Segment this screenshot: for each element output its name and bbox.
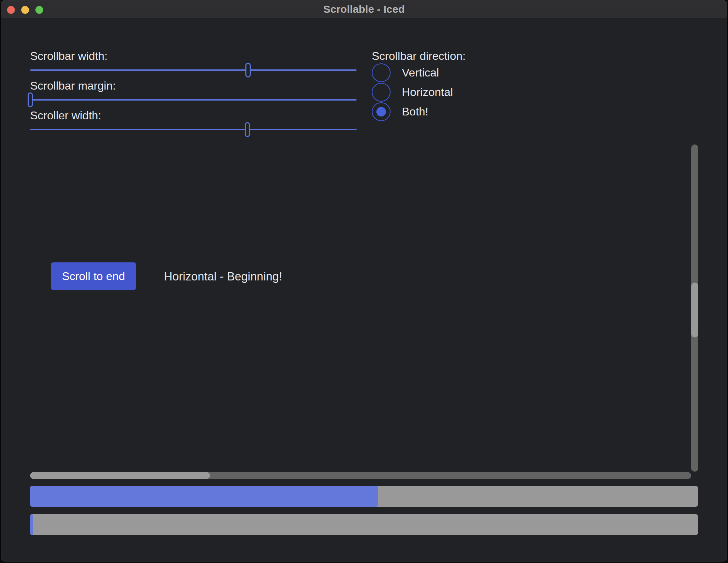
vertical-scrollbar-track[interactable] — [691, 144, 698, 472]
radio-both-label: Both! — [402, 105, 428, 118]
scroll-status-text: Horizontal - Beginning! — [164, 270, 282, 283]
scrollbar-width-slider[interactable] — [30, 63, 357, 78]
scrollbar-width-label: Scrollbar width: — [30, 50, 108, 62]
radio-vertical-label: Vertical — [402, 66, 439, 79]
slider-handle[interactable] — [245, 122, 250, 137]
vertical-progress-bar — [30, 514, 698, 535]
radio-both[interactable]: Both! — [372, 102, 428, 121]
radio-circle-icon[interactable] — [372, 83, 391, 102]
window-title: Scrollable - Iced — [1, 0, 727, 18]
horizontal-scrollbar-track[interactable] — [30, 472, 691, 479]
progress-fill — [30, 514, 33, 535]
titlebar: Scrollable - Iced — [1, 0, 727, 18]
slider-handle[interactable] — [28, 92, 33, 107]
slider-handle[interactable] — [245, 63, 251, 78]
scroll-to-end-button[interactable]: Scroll to end — [51, 262, 136, 290]
radio-circle-icon[interactable] — [372, 63, 391, 82]
radio-vertical[interactable]: Vertical — [372, 63, 439, 82]
progress-fill — [30, 486, 378, 507]
slider-track[interactable] — [30, 99, 357, 101]
app-window: Scrollable - Iced Scrollbar width: Scrol… — [1, 0, 727, 562]
slider-track[interactable] — [30, 129, 357, 130]
radio-dot-icon — [376, 107, 386, 116]
horizontal-progress-bar — [30, 486, 698, 507]
slider-track[interactable] — [30, 69, 357, 71]
scroller-width-label: Scroller width: — [30, 109, 101, 122]
scrollbar-margin-label: Scrollbar margin: — [30, 79, 116, 92]
radio-horizontal-label: Horizontal — [402, 86, 453, 99]
radio-circle-icon[interactable] — [372, 102, 391, 121]
scrollbar-direction-label: Scrollbar direction: — [372, 50, 466, 62]
scroller-width-slider[interactable] — [30, 122, 357, 137]
vertical-scrollbar-thumb[interactable] — [691, 283, 698, 337]
radio-horizontal[interactable]: Horizontal — [372, 83, 453, 102]
scrollbar-margin-slider[interactable] — [30, 92, 357, 107]
horizontal-scrollbar-thumb[interactable] — [30, 472, 210, 479]
